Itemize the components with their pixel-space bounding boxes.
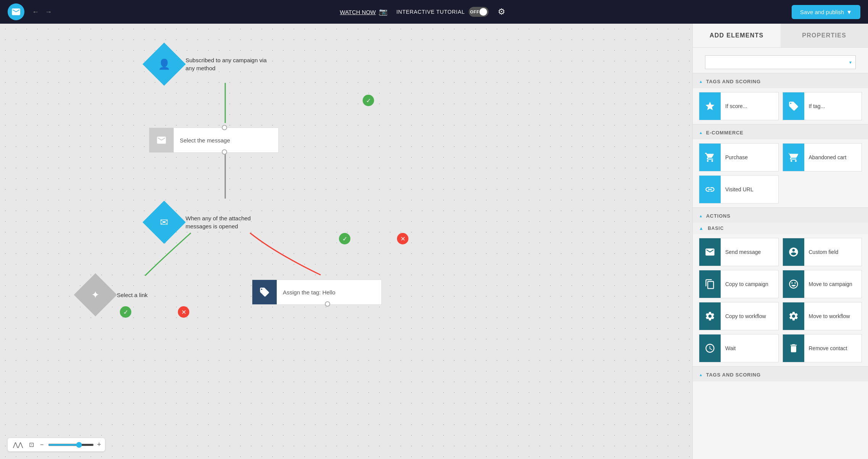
ecommerce-grid: Purchase Abandoned cart Visited URL: [693, 139, 868, 207]
custom-field-label: Custom field: [809, 249, 842, 255]
message-icon-area: [149, 128, 174, 152]
copy-campaign-label: Copy to campaign: [725, 281, 771, 288]
dropdown-container: [693, 48, 868, 73]
copy-campaign-card[interactable]: Copy to campaign: [699, 270, 779, 298]
camera-icon: 📷: [379, 8, 387, 16]
topbar-right: Save and publish ▼: [792, 5, 860, 19]
tag-icon-area: [252, 280, 277, 304]
panel-tabs: ADD ELEMENTS PROPERTIES: [693, 24, 868, 48]
email-open-icon: ✉: [160, 217, 168, 228]
move-workflow-card[interactable]: Move to workflow: [782, 302, 862, 330]
tag-connector-bottom: [325, 301, 330, 307]
nav-arrows: ← →: [31, 6, 53, 18]
copy-workflow-label: Copy to workflow: [725, 313, 769, 320]
section-tags-label: TAGS AND SCORING: [706, 79, 761, 84]
select-link-label: Select a link: [117, 291, 148, 299]
opened-label: When any of the attached messages is ope…: [186, 214, 269, 230]
node-subscribed-label: Subscribed to any campaign via any metho…: [186, 56, 269, 72]
settings-button[interactable]: ⚙: [498, 7, 505, 17]
purchase-label: Purchase: [725, 154, 751, 161]
connector-bottom: [222, 149, 227, 155]
tab-properties[interactable]: PROPERTIES: [781, 24, 868, 47]
section-tags2-label: TAGS AND SCORING: [706, 372, 761, 378]
diamond-shape: 👤: [142, 42, 186, 86]
status-badge-check: ✓: [363, 95, 374, 106]
tags-scoring-grid: If score... If tag...: [693, 88, 868, 124]
assign-tag-label: Assign the tag: Hello: [277, 289, 342, 296]
yes-badge: ✓: [339, 233, 350, 244]
wait-icon-bg: [699, 335, 721, 362]
save-publish-label: Save and publish: [800, 9, 844, 15]
send-message-label: Send message: [725, 249, 764, 255]
canvas[interactable]: 👤 Subscribed to any campaign via any met…: [0, 24, 692, 459]
fullscreen-button[interactable]: ⊡: [27, 440, 35, 449]
zoom-slider[interactable]: [48, 444, 94, 446]
node-opened[interactable]: ✉ When any of the attached messages is o…: [149, 207, 269, 238]
remove-icon-bg: [783, 335, 804, 362]
redo-button[interactable]: →: [44, 6, 53, 18]
node-assign-tag[interactable]: Assign the tag: Hello: [252, 280, 382, 305]
right-panel: ADD ELEMENTS PROPERTIES ▲ TAGS AND SCORI…: [692, 24, 868, 459]
node-select-link[interactable]: ✦ Select a link ✓ ✕: [80, 280, 148, 310]
collapse-arrow: ▲: [699, 79, 703, 84]
abandoned-cart-label: Abandoned cart: [809, 154, 850, 161]
watch-now-label: WATCH NOW: [340, 9, 376, 15]
purchase-card[interactable]: Purchase: [699, 143, 779, 171]
if-tag-card[interactable]: If tag...: [782, 92, 862, 120]
if-score-card[interactable]: If score...: [699, 92, 779, 120]
tutorial-label: INTERACTIVE TUTORIAL: [397, 9, 465, 15]
send-msg-icon-bg: [699, 238, 721, 266]
custom-field-card[interactable]: Custom field: [782, 238, 862, 266]
no-badge: ✕: [397, 233, 408, 244]
remove-contact-card[interactable]: Remove contact: [782, 334, 862, 362]
section-tags-scoring: ▲ TAGS AND SCORING: [693, 73, 868, 88]
move-workflow-label: Move to workflow: [809, 313, 853, 320]
copy-campaign-icon-bg: [699, 270, 721, 298]
interactive-tutorial: INTERACTIVE TUTORIAL OFF: [397, 7, 489, 17]
watch-now-link[interactable]: WATCH NOW 📷: [340, 8, 387, 16]
select-message-box: Select the message: [149, 128, 279, 153]
copy-workflow-card[interactable]: Copy to workflow: [699, 302, 779, 330]
remove-contact-label: Remove contact: [809, 345, 850, 352]
move-campaign-card[interactable]: Move to campaign: [782, 270, 862, 298]
move-workflow-icon-bg: [783, 302, 804, 330]
toggle-label: OFF: [470, 10, 479, 14]
zoom-in-button[interactable]: +: [97, 441, 101, 449]
logo: [8, 3, 24, 20]
visited-url-card[interactable]: Visited URL: [699, 175, 779, 204]
copy-workflow-icon-bg: [699, 302, 721, 330]
opened-diamond-shape: ✉: [142, 200, 186, 244]
canvas-controls: ⋀⋀ ⊡ − +: [8, 438, 105, 451]
if-tag-label: If tag...: [809, 103, 828, 110]
abandoned-cart-card[interactable]: Abandoned cart: [782, 143, 862, 171]
visited-url-label: Visited URL: [725, 186, 757, 193]
subsection-basic: ▲ BASIC: [693, 223, 868, 234]
zoom-out-button[interactable]: −: [39, 441, 45, 449]
person-icon: 👤: [158, 58, 170, 70]
if-score-label: If score...: [725, 103, 750, 110]
basic-grid: Send message Custom field Copy to campai…: [693, 234, 868, 366]
select-message-label: Select the message: [174, 137, 236, 144]
send-message-card[interactable]: Send message: [699, 238, 779, 266]
connector-top: [222, 125, 227, 130]
undo-button[interactable]: ←: [31, 6, 40, 18]
section-actions-label: ACTIONS: [706, 213, 731, 219]
topbar: ← → WATCH NOW 📷 INTERACTIVE TUTORIAL OFF…: [0, 0, 868, 24]
move-campaign-label: Move to campaign: [809, 281, 855, 288]
link-icon: ✦: [91, 289, 100, 301]
topbar-center: WATCH NOW 📷 INTERACTIVE TUTORIAL OFF ⚙: [340, 7, 505, 17]
link-diamond-shape: ✦: [74, 273, 117, 316]
wait-label: Wait: [725, 345, 739, 352]
collapse-button[interactable]: ⋀⋀: [11, 440, 24, 449]
score-icon-bg: [699, 92, 721, 120]
tab-add-elements[interactable]: ADD ELEMENTS: [693, 24, 781, 47]
save-publish-button[interactable]: Save and publish ▼: [792, 5, 860, 19]
main-area: 👤 Subscribed to any campaign via any met…: [0, 24, 868, 459]
node-select-message[interactable]: Select the message: [149, 128, 279, 153]
section-ecommerce-label: E-COMMERCE: [706, 130, 744, 136]
tutorial-toggle[interactable]: OFF: [469, 7, 489, 17]
link-no-badge: ✕: [178, 306, 189, 318]
filter-dropdown[interactable]: [705, 55, 856, 69]
node-subscribed[interactable]: 👤 Subscribed to any campaign via any met…: [149, 49, 269, 79]
wait-card[interactable]: Wait: [699, 334, 779, 362]
